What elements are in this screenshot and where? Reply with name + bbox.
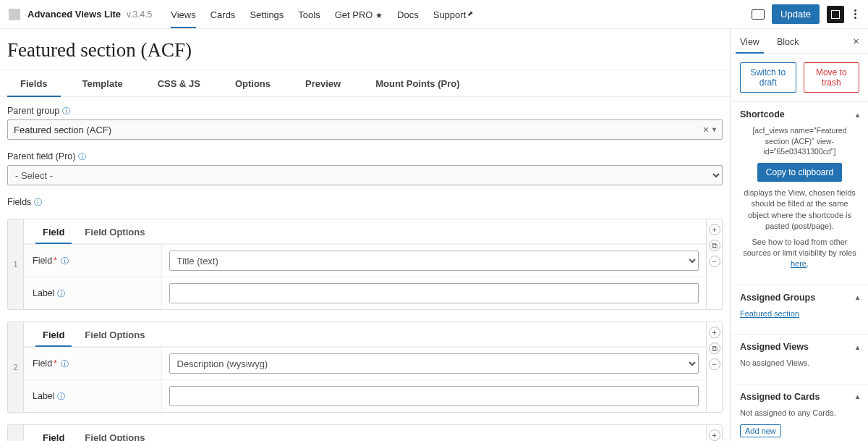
info-icon[interactable]: ⓘ <box>61 256 69 265</box>
nav-cards[interactable]: Cards <box>203 2 243 26</box>
app-version: v.3.4.5 <box>127 9 152 20</box>
row-number[interactable] <box>8 425 24 441</box>
row-tab-field[interactable]: Field <box>33 425 75 441</box>
app-icon <box>9 9 20 20</box>
row-label-input[interactable] <box>169 386 699 406</box>
nav-getpro[interactable]: Get PRO ★ <box>328 2 390 26</box>
nav-tools[interactable]: Tools <box>291 2 327 26</box>
tab-preview[interactable]: Preview <box>288 70 358 96</box>
row-field-label: Field <box>33 256 52 266</box>
side-tab-block[interactable]: Block <box>768 30 808 53</box>
row-remove-button[interactable]: − <box>709 358 720 370</box>
tab-cssjs[interactable]: CSS & JS <box>140 70 218 96</box>
row-tab-options[interactable]: Field Options <box>75 219 155 243</box>
chevron-up-icon[interactable]: ▴ <box>856 293 859 301</box>
panel-assigned-cards: Assigned to Cards▴ Not assigned to any C… <box>731 385 868 441</box>
row-field-label: Field <box>33 358 52 369</box>
settings-sidebar: View Block × Switch to draft Move to tra… <box>731 29 868 441</box>
row-add-button[interactable]: + <box>709 327 720 338</box>
row-number[interactable]: 1 <box>8 219 24 309</box>
star-icon: ★ <box>375 11 383 20</box>
nav-support[interactable]: Support⬈ <box>426 2 481 26</box>
editor-tabs: Fields Template CSS & JS Options Preview… <box>0 70 730 97</box>
app-title: Advanced Views Lite <box>27 9 121 20</box>
shortcode-text: [acf_views name="Featured section (ACF)"… <box>740 125 859 157</box>
tab-template[interactable]: Template <box>65 70 140 96</box>
external-link-icon: ⬈ <box>467 9 473 17</box>
tab-mount[interactable]: Mount Points (Pro) <box>358 70 477 96</box>
row-label-input[interactable] <box>169 283 699 303</box>
assigned-group-link[interactable]: Featured section <box>740 309 799 318</box>
field-row: 2 Field Field Options Field* ⓘ Descripti… <box>7 322 723 413</box>
close-sidebar-button[interactable]: × <box>844 29 868 53</box>
field-row: 1 Field Field Options Field* ⓘ Title (te… <box>7 219 723 310</box>
panel-assigned-groups: Assigned Groups▴ Featured section <box>731 285 868 335</box>
info-icon[interactable]: ⓘ <box>34 198 42 206</box>
toggle-sidebar-button[interactable] <box>827 6 844 23</box>
device-preview-icon[interactable] <box>752 9 765 20</box>
row-field-select[interactable]: Title (text) <box>169 251 699 271</box>
primary-nav: Views Cards Settings Tools Get PRO ★ Doc… <box>163 2 480 26</box>
copy-clipboard-button[interactable]: Copy to clipboard <box>757 163 842 182</box>
parent-field-label: Parent field (Pro) <box>7 151 75 161</box>
parent-group-label: Parent group <box>7 106 59 116</box>
row-duplicate-button[interactable]: ⧉ <box>709 240 720 251</box>
tab-options[interactable]: Options <box>218 70 288 96</box>
side-tab-view[interactable]: View <box>731 30 768 53</box>
chevron-up-icon[interactable]: ▴ <box>856 343 859 351</box>
parent-group-value: Featured section (ACF) <box>14 125 111 135</box>
row-tab-options[interactable]: Field Options <box>75 322 155 346</box>
shortcode-help-link[interactable]: here <box>791 259 807 268</box>
update-button[interactable]: Update <box>772 4 820 24</box>
shortcode-desc: displays the View, chosen fields should … <box>740 188 859 232</box>
more-menu[interactable] <box>851 7 859 22</box>
row-number[interactable]: 2 <box>8 322 24 412</box>
parent-group-select[interactable]: Featured section (ACF) × ▼ <box>7 119 723 140</box>
row-tab-field[interactable]: Field <box>33 322 75 346</box>
row-add-button[interactable]: + <box>709 224 720 235</box>
row-duplicate-button[interactable]: ⧉ <box>709 343 720 354</box>
switch-to-draft-button[interactable]: Switch to draft <box>740 62 796 93</box>
move-to-trash-button[interactable]: Move to trash <box>804 62 860 93</box>
row-field-select[interactable]: Description (wysiwyg) <box>169 353 699 374</box>
fields-label: Fields <box>7 197 31 207</box>
field-row: Field Field Options Field* ⓘ Link (link)… <box>7 424 723 441</box>
tab-fields[interactable]: Fields <box>3 70 65 96</box>
panel-assigned-views: Assigned Views▴ No assigned Views. <box>731 335 868 384</box>
row-tab-field[interactable]: Field <box>33 219 75 243</box>
info-icon[interactable]: ⓘ <box>57 392 65 400</box>
chevron-up-icon[interactable]: ▴ <box>856 392 859 400</box>
info-icon[interactable]: ⓘ <box>61 359 69 368</box>
row-label-label: Label <box>33 288 55 298</box>
row-tab-options[interactable]: Field Options <box>75 425 155 441</box>
chevron-up-icon[interactable]: ▴ <box>856 111 859 119</box>
info-icon[interactable]: ⓘ <box>57 289 65 298</box>
nav-settings[interactable]: Settings <box>242 2 291 26</box>
panel-shortcode: Shortcode▴ [acf_views name="Featured sec… <box>731 102 868 285</box>
info-icon[interactable]: ⓘ <box>62 107 70 115</box>
add-new-card-button[interactable]: Add new <box>740 424 781 437</box>
row-add-button[interactable]: + <box>709 429 720 441</box>
row-remove-button[interactable]: − <box>709 256 720 267</box>
info-icon[interactable]: ⓘ <box>78 153 86 161</box>
parent-field-select[interactable]: - Select - <box>7 165 723 185</box>
nav-views[interactable]: Views <box>163 2 203 26</box>
chevron-down-icon: ▼ <box>711 126 718 133</box>
clear-icon[interactable]: × <box>703 124 709 135</box>
page-title: Featured section (ACF) <box>0 29 730 69</box>
row-label-label: Label <box>33 391 55 401</box>
nav-docs[interactable]: Docs <box>390 2 426 26</box>
